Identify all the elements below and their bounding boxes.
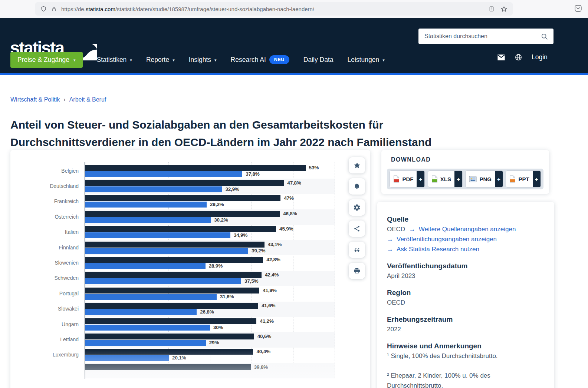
bar-series2	[85, 232, 230, 238]
bar-value-label: 30%	[213, 325, 223, 331]
bar-value-label: 40,4%	[256, 349, 270, 355]
ask-statista-line: →Ask Statista Research nutzen	[387, 244, 545, 254]
save-to-pocket-icon[interactable]	[574, 4, 582, 12]
download-heading: DOWNLOAD	[391, 156, 431, 163]
bar-value-label: 31,6%	[220, 294, 234, 300]
bar-value-label: 41,2%	[260, 318, 273, 324]
bar-value-label: 34,9%	[234, 232, 247, 238]
bar-series1	[85, 257, 263, 263]
bar-value-label: 30,2%	[214, 217, 228, 223]
download-ppt-button[interactable]: PPT+	[506, 170, 541, 188]
bar-series1	[85, 303, 258, 309]
share-button[interactable]	[349, 220, 365, 237]
nav-item-statistiken[interactable]: Statistiken▾	[97, 56, 132, 64]
search-icon[interactable]	[541, 33, 548, 40]
bar-series2	[85, 355, 169, 361]
bar-series2	[85, 217, 211, 223]
chart-row: 47,8%32,9%Deutschland	[85, 179, 335, 194]
site-search	[418, 29, 553, 44]
country-label: Schweden	[10, 271, 79, 285]
url-bar[interactable]: https://de.statista.com/statistik/daten/…	[35, 2, 513, 16]
bar-value-label: 37,8%	[246, 171, 259, 177]
footnote-2: ² Ehepaar, 2 Kinder, 100% u. 0% des Durc…	[387, 371, 545, 388]
nav-item-daily-data[interactable]: Daily Data	[303, 56, 334, 64]
bar-value-label: 42,8%	[266, 257, 280, 263]
country-label: Frankreich	[10, 195, 79, 208]
page-title: Anteil von Steuer- und Sozialabgaben an …	[10, 116, 504, 151]
nav-item-label: Reporte	[146, 56, 169, 64]
chart-row: 47%29,2%Frankreich	[85, 194, 335, 209]
ask-statista-link[interactable]: Ask Statista Research nutzen	[397, 246, 479, 253]
bar-series2	[85, 294, 217, 300]
arrow-right-icon: →	[387, 236, 393, 243]
bar-series1	[85, 195, 280, 201]
country-label: Portugal	[10, 286, 79, 300]
arrow-right-icon: →	[409, 226, 415, 233]
chart-row: 40,4%20,1%Luxemburg	[85, 348, 335, 363]
survey-period-heading: Erhebungszeitraum	[387, 314, 545, 324]
print-button[interactable]	[349, 263, 365, 279]
bar-series1	[85, 272, 262, 278]
breadcrumb-link-wirtschaft-politik[interactable]: Wirtschaft & Politik	[10, 96, 60, 103]
country-label: Belgien	[10, 164, 79, 178]
bar-value-label: 29,2%	[210, 202, 224, 208]
lock-icon[interactable]	[51, 6, 57, 12]
shield-icon[interactable]	[40, 6, 47, 12]
download-ppt-plus-button[interactable]: +	[533, 171, 541, 187]
bar-value-label: 45,9%	[279, 226, 293, 232]
nav-item-insights[interactable]: Insights▾	[189, 56, 217, 64]
main-nav: Statistiken▾Reporte▾Insights▾Research AI…	[97, 55, 385, 64]
region-heading: Region	[387, 288, 545, 298]
bar-value-label: 47%	[284, 195, 293, 201]
bar-series2	[85, 248, 248, 254]
bar-value-label: 37,5%	[244, 278, 258, 284]
bookmark-star-icon[interactable]	[500, 6, 507, 13]
neu-badge: NEU	[269, 55, 289, 64]
mail-icon[interactable]	[497, 54, 505, 61]
alerts-bell-button[interactable]	[349, 178, 365, 195]
chart-action-toolbar	[349, 157, 365, 279]
more-sources-link[interactable]: Weitere Quellenangaben anzeigen	[419, 226, 516, 233]
download-pdf-plus-button[interactable]: +	[417, 171, 424, 187]
download-png-plus-button[interactable]: +	[495, 171, 503, 187]
cite-quote-button[interactable]	[349, 242, 365, 258]
country-label: Slowenien	[10, 256, 79, 269]
bar-value-label: 47,8%	[287, 180, 301, 186]
bar-series1	[85, 288, 259, 294]
breadcrumb-separator: ›	[63, 96, 65, 103]
nav-item-leistungen[interactable]: Leistungen▾	[348, 56, 385, 64]
download-xls-plus-button[interactable]: +	[454, 171, 462, 187]
main-nav-row: Preise & Zugänge▾ Statistiken▾Reporte▾In…	[10, 52, 385, 68]
settings-gear-button[interactable]	[349, 199, 365, 216]
nav-item-research-ai[interactable]: Research AINEU	[231, 55, 289, 64]
star-icon	[353, 162, 361, 169]
globe-icon[interactable]	[515, 53, 522, 61]
site-header: statista Preise & Zugänge▾ Statistiken▾R…	[0, 18, 588, 75]
bar-series2	[85, 263, 206, 269]
browser-toolbar: https://de.statista.com/statistik/daten/…	[0, 0, 588, 18]
chart-row: 40,6%29%Lettland	[85, 332, 335, 347]
bar-series2	[85, 278, 241, 284]
download-pdf-main: PDF	[390, 171, 417, 187]
breadcrumb-link-arbeit-beruf[interactable]: Arbeit & Beruf	[69, 96, 106, 103]
download-png-button[interactable]: PNG+	[465, 170, 503, 188]
publication-info-link[interactable]: Veröffentlichungsangaben anzeigen	[397, 236, 497, 243]
download-xls-button[interactable]: XLS+	[428, 170, 463, 188]
bar-value-label: 39,2%	[252, 248, 265, 254]
download-pdf-button[interactable]: PDF+	[390, 170, 425, 188]
chart-row: 46,8%30,2%Österreich	[85, 209, 335, 225]
xls-file-icon	[431, 175, 438, 183]
nav-item-label: Leistungen	[348, 56, 380, 64]
pricing-access-button[interactable]: Preise & Zugänge▾	[10, 52, 83, 68]
nav-item-reporte[interactable]: Reporte▾	[146, 56, 175, 64]
search-input[interactable]	[424, 33, 541, 40]
favorite-star-button[interactable]	[349, 157, 365, 173]
reader-view-icon[interactable]	[489, 6, 495, 12]
login-link[interactable]: Login	[532, 53, 548, 61]
download-format-label: XLS	[440, 176, 451, 182]
publish-date-heading: Veröffentlichungsdatum	[387, 261, 545, 271]
country-label: Lettland	[10, 332, 79, 346]
country-label: Deutschland	[10, 179, 79, 193]
bar-series1	[85, 334, 254, 339]
download-ppt-main: PPT	[506, 171, 532, 187]
